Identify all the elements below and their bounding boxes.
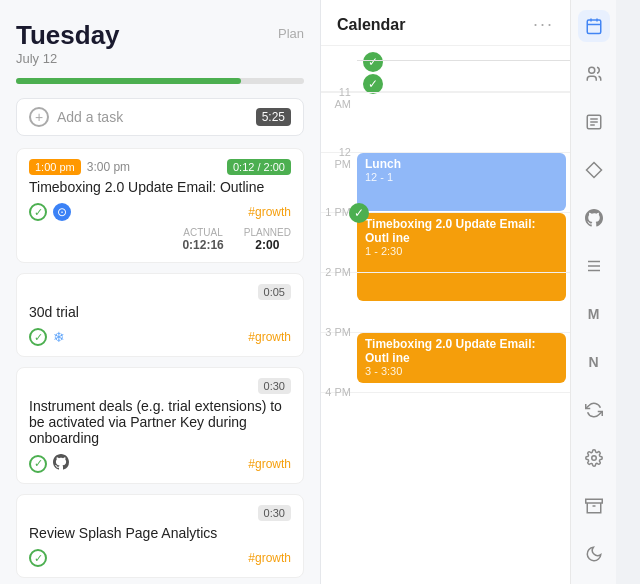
- right-sidebar: M N: [570, 0, 616, 584]
- sidebar-archive-icon[interactable]: [578, 490, 610, 522]
- task-card-2: 0:05 30d trial ✓ ❄ #growth: [16, 273, 304, 357]
- time-label-3pm: 3 PM: [321, 326, 357, 338]
- time-slots: 11 AM 12 PM Lunch 12 - 1 1 PM: [321, 92, 570, 452]
- task-duration-3: 0:30: [258, 378, 291, 394]
- calendar-panel: Calendar ··· ✓ ✓ 11 AM: [320, 0, 570, 584]
- day-subtitle: July 12: [16, 51, 120, 66]
- time-label-11am: 11 AM: [321, 86, 357, 110]
- calendar-header: Calendar ···: [321, 0, 570, 46]
- svg-rect-14: [585, 499, 602, 503]
- cal-check-2: ✓: [363, 74, 383, 94]
- task-card-1: 1:00 pm 3:00 pm 0:12 / 2:00 Timeboxing 2…: [16, 148, 304, 263]
- svg-rect-0: [587, 20, 601, 34]
- task-icons-3: ✓: [29, 454, 69, 473]
- time-row-2pm: 2 PM: [321, 272, 570, 332]
- sidebar-mail-icon[interactable]: M: [578, 298, 610, 330]
- time-label-2pm: 2 PM: [321, 266, 357, 278]
- task-tag-1: #growth: [248, 205, 291, 219]
- sidebar-github-icon[interactable]: [578, 202, 610, 234]
- task-title-1: Timeboxing 2.0 Update Email: Outline: [29, 179, 291, 195]
- calendar-more-button[interactable]: ···: [533, 14, 554, 35]
- sidebar-sync-icon[interactable]: [578, 394, 610, 426]
- svg-point-13: [591, 456, 596, 461]
- lunch-event-title: Lunch: [365, 157, 558, 171]
- task-title-3: Instrument deals (e.g. trial extensions)…: [29, 398, 291, 446]
- add-task-row[interactable]: + Add a task 5:25: [16, 98, 304, 136]
- github-icon-task: [53, 454, 69, 473]
- cal-event-timebox2[interactable]: Timeboxing 2.0 Update Email: Outl ine 3 …: [357, 333, 566, 383]
- lunch-event-time: 12 - 1: [365, 171, 558, 183]
- task-card-4-header: 0:30: [29, 505, 291, 521]
- add-task-time: 5:25: [256, 108, 291, 126]
- task-check-2[interactable]: ✓: [29, 328, 47, 346]
- task-footer-1: ✓ ⊙ #growth: [29, 203, 291, 221]
- svg-marker-9: [586, 163, 601, 178]
- slot-4pm: [357, 393, 570, 452]
- timebox1-event-title: Timeboxing 2.0 Update Email: Outl ine: [365, 217, 558, 245]
- task-footer-4: ✓ #growth: [29, 549, 291, 567]
- task-tag-2: #growth: [248, 330, 291, 344]
- sidebar-notion-icon[interactable]: N: [578, 346, 610, 378]
- snowflake-icon: ❄: [53, 329, 65, 345]
- progress-bar-fill: [16, 78, 241, 84]
- day-header: Tuesday July 12 Plan: [16, 20, 304, 74]
- time-label-12pm: 12 PM: [321, 146, 357, 170]
- add-task-label: Add a task: [57, 109, 256, 125]
- planned-value-1: 2:00: [244, 238, 291, 252]
- slot-1pm: ✓ ✓ ✓ Timeboxing 2.0 Update Email: Outl …: [357, 213, 570, 272]
- task-check-4[interactable]: ✓: [29, 549, 47, 567]
- task-footer-2: ✓ ❄ #growth: [29, 328, 291, 346]
- day-title: Tuesday: [16, 20, 120, 51]
- cal-check-group: ✓ ✓: [363, 52, 383, 94]
- task-check-3[interactable]: ✓: [29, 455, 47, 473]
- svg-point-4: [588, 67, 594, 73]
- planned-label-1: PLANNED: [244, 227, 291, 238]
- cal-check-1: ✓: [363, 52, 383, 72]
- task-title-4: Review Splash Page Analytics: [29, 525, 291, 541]
- task-icons-4: ✓: [29, 549, 47, 567]
- sidebar-calendar-icon[interactable]: [578, 10, 610, 42]
- sidebar-settings-icon[interactable]: [578, 442, 610, 474]
- task-title-2: 30d trial: [29, 304, 291, 320]
- task-card-2-header: 0:05: [29, 284, 291, 300]
- task-duration-2: 0:05: [258, 284, 291, 300]
- calendar-top-area: ✓ ✓: [321, 46, 570, 92]
- calendar-body: ✓ ✓ 11 AM 12 PM Lunch: [321, 46, 570, 584]
- slot-3pm: Timeboxing 2.0 Update Email: Outl ine 3 …: [357, 333, 570, 392]
- cal-check-lunch: ✓: [349, 203, 369, 223]
- task-icons-2: ✓ ❄: [29, 328, 65, 346]
- cal-check-row-1: ✓: [363, 52, 383, 72]
- time-label-4pm: 4 PM: [321, 386, 357, 398]
- actual-label-1: ACTUAL: [182, 227, 223, 238]
- sidebar-moon-icon[interactable]: [578, 538, 610, 570]
- plan-label: Plan: [278, 26, 304, 41]
- task-icon-blue-1: ⊙: [53, 203, 71, 221]
- time-row-3pm: 3 PM Timeboxing 2.0 Update Email: Outl i…: [321, 332, 570, 392]
- task-tag-3: #growth: [248, 457, 291, 471]
- time-row-4pm: 4 PM: [321, 392, 570, 452]
- progress-bar-container: [16, 78, 304, 84]
- slot-12pm: Lunch 12 - 1: [357, 153, 570, 212]
- cal-check-row-2: ✓: [363, 74, 383, 94]
- task-card-3: 0:30 Instrument deals (e.g. trial extens…: [16, 367, 304, 484]
- timebox2-event-time: 3 - 3:30: [365, 365, 558, 377]
- cal-top-line: [357, 60, 570, 61]
- timebox1-event-time: 1 - 2:30: [365, 245, 558, 257]
- task-card-1-header: 1:00 pm 3:00 pm 0:12 / 2:00: [29, 159, 291, 175]
- left-panel: Tuesday July 12 Plan + Add a task 5:25 1…: [0, 0, 320, 584]
- sidebar-notes-icon[interactable]: [578, 106, 610, 138]
- task-duration-1: 0:12 / 2:00: [227, 159, 291, 175]
- sidebar-stack-icon[interactable]: [578, 250, 610, 282]
- sidebar-diamond-icon[interactable]: [578, 154, 610, 186]
- task-duration-4: 0:30: [258, 505, 291, 521]
- task-metrics-1: ACTUAL 0:12:16 PLANNED 2:00: [29, 227, 291, 252]
- calendar-title: Calendar: [337, 16, 405, 34]
- task-check-1[interactable]: ✓: [29, 203, 47, 221]
- sidebar-people-icon[interactable]: [578, 58, 610, 90]
- add-task-plus-icon: +: [29, 107, 49, 127]
- task-icons-1: ✓ ⊙: [29, 203, 71, 221]
- task-footer-3: ✓ #growth: [29, 454, 291, 473]
- slot-11am: [357, 93, 570, 152]
- timebox2-event-title: Timeboxing 2.0 Update Email: Outl ine: [365, 337, 558, 365]
- cal-event-lunch[interactable]: Lunch 12 - 1: [357, 153, 566, 211]
